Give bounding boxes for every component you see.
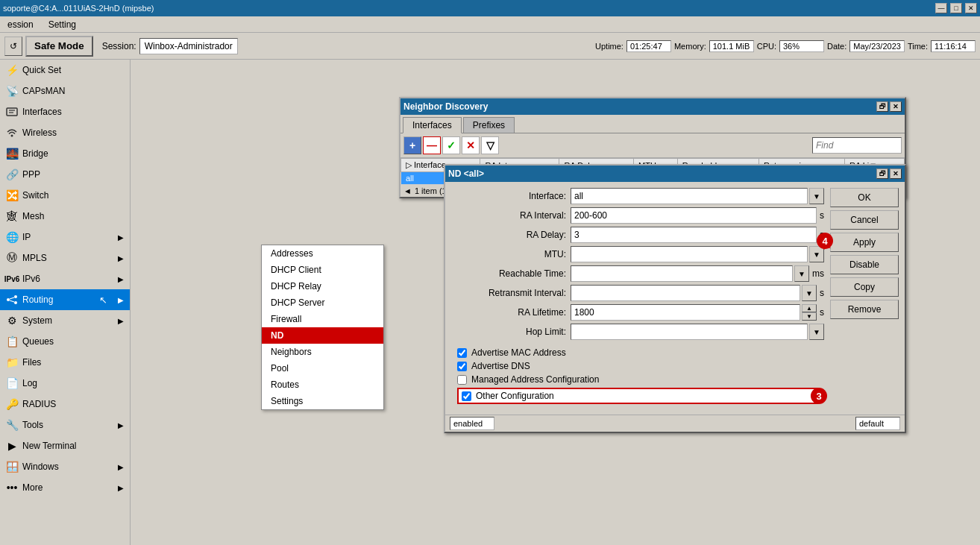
nd-all-title: ND <all> <box>448 168 484 179</box>
nd-all-title-btns: 🗗 ✕ <box>876 168 902 179</box>
advertise-dns-checkbox[interactable] <box>457 362 467 371</box>
reachable-dropdown-btn[interactable]: ▼ <box>794 265 809 282</box>
time-label: Time: <box>908 42 928 51</box>
sidebar-item-queues[interactable]: 📋 Queues <box>0 331 130 352</box>
menu-addresses[interactable]: Addresses <box>262 245 383 262</box>
reload-btn[interactable]: ↺ <box>4 37 22 56</box>
sidebar-item-log[interactable]: 📄 Log <box>0 373 130 394</box>
sidebar-item-quick-set[interactable]: ⚡ Quick Set <box>0 60 130 81</box>
mtu-input[interactable] <box>571 246 808 262</box>
badge-3: 3 <box>811 388 827 404</box>
nd-cross-btn[interactable]: ✕ <box>462 136 480 154</box>
interface-input-container: ▼ <box>571 188 824 204</box>
routing-icon <box>6 294 18 306</box>
close-btn[interactable]: ✕ <box>965 3 977 13</box>
tab-interfaces[interactable]: Interfaces <box>403 117 462 133</box>
sidebar-item-ipv6[interactable]: IPv6 IPv6 ▶ <box>0 268 130 289</box>
menu-pool[interactable]: Pool <box>262 360 383 377</box>
memory-label: Memory: <box>674 42 706 51</box>
menu-dhcp-client[interactable]: DHCP Client <box>262 262 383 278</box>
minimize-btn[interactable]: — <box>935 3 947 13</box>
switch-icon: 🔀 <box>6 189 18 201</box>
disable-btn[interactable]: Disable <box>830 255 899 274</box>
sidebar-item-mesh[interactable]: 🕸 Mesh <box>0 206 130 227</box>
ra-lifetime-down-btn[interactable]: ▼ <box>802 312 817 321</box>
nd-all-restore-btn[interactable]: 🗗 <box>876 168 888 179</box>
sidebar-item-more[interactable]: ••• More ▶ <box>0 477 130 498</box>
sidebar-item-mpls[interactable]: Ⓜ MPLS ▶ <box>0 248 130 268</box>
retransmit-input[interactable] <box>571 285 800 301</box>
nd-all-body: Interface: ▼ RA Interval: s <box>445 182 905 415</box>
ipv6-arrow: ▶ <box>118 275 124 283</box>
menu-dhcp-relay[interactable]: DHCP Relay <box>262 278 383 294</box>
safe-mode-btn[interactable]: Safe Mode <box>25 36 93 57</box>
terminal-icon: ▶ <box>6 440 18 452</box>
sidebar-label-new-terminal: New Terminal <box>22 441 76 451</box>
ra-lifetime-up-btn[interactable]: ▲ <box>802 304 817 312</box>
sidebar-item-ppp[interactable]: 🔗 PPP <box>0 164 130 185</box>
tab-prefixes[interactable]: Prefixes <box>463 117 515 133</box>
interface-dropdown-btn[interactable]: ▼ <box>809 188 824 204</box>
ok-btn[interactable]: OK <box>830 188 899 207</box>
sidebar-item-capsman[interactable]: 📡 CAPsMAN <box>0 81 130 101</box>
ip-arrow: ▶ <box>118 233 124 242</box>
content-area: Addresses DHCP Client DHCP Relay DHCP Se… <box>131 60 980 545</box>
copy-btn[interactable]: Copy <box>830 277 899 297</box>
sidebar-item-ip[interactable]: 🌐 IP ▶ <box>0 227 130 248</box>
session-value: Winbox-Administrador <box>139 38 238 54</box>
menu-dhcp-server[interactable]: DHCP Server <box>262 294 383 311</box>
nd-all-close-btn[interactable]: ✕ <box>890 168 902 179</box>
sidebar-item-routing[interactable]: Routing ▶ ↖ <box>0 289 130 310</box>
ra-interval-input[interactable] <box>571 207 817 224</box>
nd-close-btn[interactable]: ✕ <box>890 101 902 112</box>
nd-add-btn[interactable]: + <box>403 136 421 154</box>
hop-limit-dropdown-btn[interactable]: ▼ <box>809 324 824 340</box>
svg-point-3 <box>11 135 13 137</box>
interfaces-icon <box>6 106 18 118</box>
mtu-label: MTU: <box>451 249 571 259</box>
menu-setting[interactable]: Setting <box>44 18 81 31</box>
hop-limit-input[interactable] <box>571 324 808 340</box>
ra-interval-unit: s <box>818 210 824 221</box>
other-config-checkbox[interactable] <box>462 391 471 401</box>
mtu-row: MTU: ▼ <box>451 246 824 262</box>
sidebar-item-bridge[interactable]: 🌉 Bridge <box>0 143 130 164</box>
menu-firewall[interactable]: Firewall <box>262 311 383 327</box>
reachable-input[interactable] <box>571 265 793 282</box>
sidebar-item-radius[interactable]: 🔑 RADIUS <box>0 394 130 415</box>
retransmit-dropdown-btn[interactable]: ▼ <box>802 285 817 301</box>
nd-check-btn[interactable]: ✓ <box>442 136 460 154</box>
sidebar-item-new-terminal[interactable]: ▶ New Terminal <box>0 435 130 456</box>
sidebar-item-windows[interactable]: 🪟 Windows ▶ <box>0 456 130 477</box>
sidebar-item-files[interactable]: 📁 Files <box>0 352 130 373</box>
interface-row: Interface: ▼ <box>451 188 824 204</box>
menu-session[interactable]: ession <box>3 18 38 31</box>
sidebar-item-wireless[interactable]: Wireless <box>0 122 130 143</box>
ra-delay-row: RA Delay: s <box>451 227 824 243</box>
menu-routes[interactable]: Routes <box>262 377 383 393</box>
date-label: Date: <box>827 42 846 51</box>
apply-btn[interactable]: Apply <box>830 233 899 252</box>
nd-back-arrow[interactable]: ◄ <box>403 186 412 195</box>
cancel-btn[interactable]: Cancel <box>830 210 899 230</box>
interface-input[interactable] <box>571 188 808 204</box>
sidebar-item-interfaces[interactable]: Interfaces <box>0 101 130 122</box>
other-config-row: Other Configuration 3 <box>457 388 818 404</box>
sidebar-item-system[interactable]: ⚙ System ▶ <box>0 310 130 331</box>
sidebar-item-switch[interactable]: 🔀 Switch <box>0 185 130 206</box>
ra-lifetime-input[interactable] <box>571 304 800 321</box>
sidebar-item-tools[interactable]: 🔧 Tools ▶ <box>0 415 130 435</box>
menu-neighbors[interactable]: Neighbors <box>262 344 383 360</box>
windows-icon: 🪟 <box>6 461 18 473</box>
maximize-btn[interactable]: □ <box>950 3 962 13</box>
nd-filter-btn[interactable]: ▽ <box>481 136 499 154</box>
nd-restore-btn[interactable]: 🗗 <box>876 101 888 112</box>
advertise-mac-checkbox[interactable] <box>457 348 467 358</box>
menu-settings[interactable]: Settings <box>262 393 383 409</box>
menu-nd[interactable]: ND <box>262 327 383 344</box>
ra-delay-input[interactable] <box>571 227 817 243</box>
nd-find-input[interactable] <box>812 137 902 154</box>
managed-address-checkbox[interactable] <box>457 375 467 385</box>
nd-remove-btn[interactable]: — <box>423 136 441 154</box>
remove-btn[interactable]: Remove <box>830 300 899 319</box>
